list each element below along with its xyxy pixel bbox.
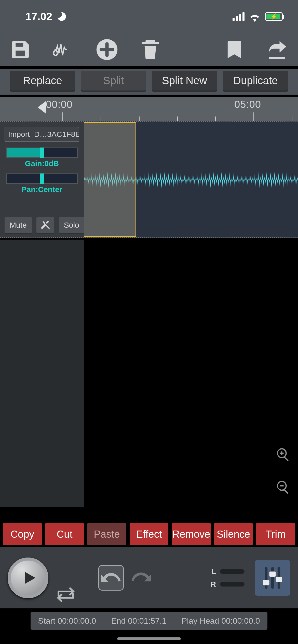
meter-left	[220, 569, 245, 574]
ruler-label-5: 05:00	[234, 99, 261, 110]
action-row: Replace Split Split New Duplicate	[0, 69, 298, 95]
zoom-out-button[interactable]	[274, 478, 292, 496]
share-icon[interactable]	[265, 37, 290, 62]
status-end: End 00:01:57.1	[111, 616, 166, 626]
selection-region[interactable]	[84, 122, 136, 237]
trash-icon[interactable]	[138, 37, 163, 62]
cellular-icon	[233, 12, 245, 21]
gain-slider[interactable]	[6, 148, 78, 158]
svg-rect-7	[276, 577, 282, 582]
add-audio-icon[interactable]	[51, 37, 76, 62]
pan-slider[interactable]	[6, 173, 78, 184]
playhead-line[interactable]	[63, 122, 63, 644]
pan-label: Pan:Center	[21, 185, 62, 194]
home-indicator	[117, 637, 181, 640]
top-toolbar	[0, 33, 298, 66]
split-button[interactable]: Split	[81, 71, 146, 91]
workspace: Import_D…3AC1F8E1 Gain:0dB Pan:Center Mu…	[0, 121, 298, 507]
add-icon[interactable]	[94, 37, 120, 62]
status-footer: Start 00:00:00.0 End 00:01:57.1 Play Hea…	[31, 612, 267, 630]
save-icon[interactable]	[8, 37, 33, 62]
cut-button[interactable]: Cut	[45, 523, 84, 545]
trim-button[interactable]: Trim	[256, 523, 295, 545]
paste-button[interactable]: Paste	[87, 523, 126, 545]
duplicate-button[interactable]: Duplicate	[223, 71, 288, 91]
edit-bar: Copy Cut Paste Effect Remove Silence Tri…	[0, 521, 298, 547]
gain-label: Gain:0dB	[25, 159, 59, 168]
svg-rect-6	[269, 572, 276, 577]
track-panel: Import_D…3AC1F8E1 Gain:0dB Pan:Center Mu…	[0, 122, 84, 237]
status-start: Start 00:00:00.0	[38, 616, 96, 626]
split-new-button[interactable]: Split New	[152, 71, 217, 91]
meter-left-label: L	[211, 567, 216, 576]
zoom-in-button[interactable]	[274, 446, 292, 463]
transport-bar: L R	[0, 547, 298, 608]
copy-button[interactable]: Copy	[3, 523, 42, 545]
play-button[interactable]	[8, 558, 48, 598]
status-bar: 17.02 ⚡	[0, 0, 298, 33]
do-not-disturb-icon	[57, 12, 66, 21]
bookmark-icon[interactable]	[222, 37, 247, 62]
loop-icon[interactable]	[56, 587, 75, 602]
clock: 17.02	[25, 10, 52, 23]
effect-button[interactable]: Effect	[130, 523, 168, 545]
mute-button[interactable]: Mute	[5, 217, 32, 233]
ruler-label-0: 00:00	[46, 99, 73, 110]
panel-overlay	[0, 240, 84, 507]
level-meters: L R	[210, 567, 245, 589]
status-playhead: Play Head 00:00:00.0	[182, 616, 260, 626]
mixer-button[interactable]	[255, 560, 290, 596]
meter-right	[220, 582, 245, 587]
time-ruler[interactable]: 00:00 05:00	[0, 97, 298, 121]
undo-button[interactable]	[98, 565, 124, 591]
track-tools-button[interactable]	[36, 217, 54, 233]
redo-button[interactable]	[131, 570, 151, 586]
wifi-icon	[249, 12, 260, 21]
replace-button[interactable]: Replace	[10, 71, 75, 91]
audio-track[interactable]: Import_D…3AC1F8E1 Gain:0dB Pan:Center Mu…	[0, 121, 298, 238]
ruler-back-arrow-icon[interactable]	[38, 101, 46, 114]
silence-button[interactable]: Silence	[214, 523, 253, 545]
clip-area[interactable]	[84, 122, 298, 237]
track-name[interactable]: Import_D…3AC1F8E1	[5, 127, 79, 142]
battery-icon: ⚡	[265, 12, 283, 21]
meter-right-label: R	[210, 580, 216, 589]
remove-button[interactable]: Remove	[172, 523, 211, 545]
svg-rect-5	[263, 580, 269, 585]
empty-area[interactable]	[0, 240, 298, 507]
